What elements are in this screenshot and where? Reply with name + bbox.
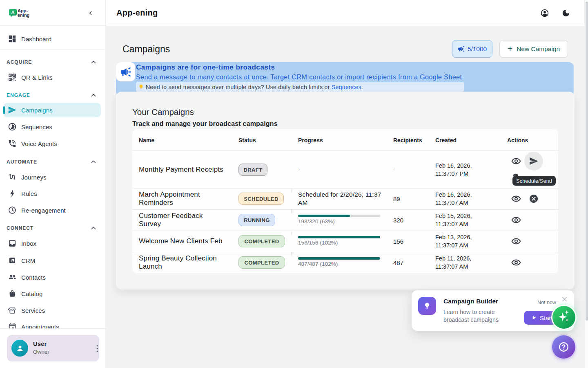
- svg-text:A: A: [11, 10, 15, 16]
